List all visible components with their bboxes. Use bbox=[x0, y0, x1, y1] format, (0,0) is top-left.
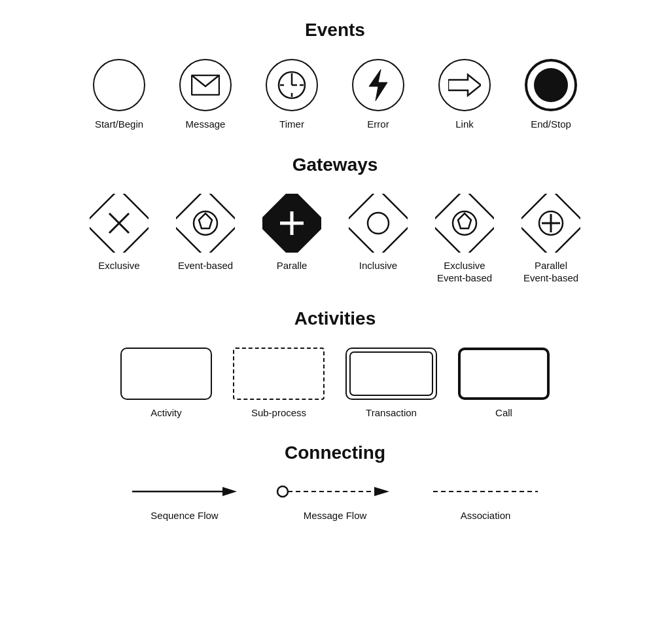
message-icon bbox=[179, 59, 232, 111]
exclusive-label: Exclusive bbox=[98, 259, 139, 272]
event-based-svg bbox=[176, 194, 235, 253]
association-svg bbox=[433, 482, 538, 501]
error-icon bbox=[352, 59, 404, 111]
end-icon bbox=[525, 59, 577, 111]
activity-call: Call bbox=[458, 348, 550, 420]
event-end: End/Stop bbox=[518, 59, 584, 131]
gateways-title: Gateways bbox=[292, 154, 378, 175]
sequence-label: Sequence Flow bbox=[150, 509, 218, 522]
gateway-inclusive: Inclusive bbox=[345, 194, 411, 272]
end-label: End/Stop bbox=[531, 118, 571, 131]
parallel-event-svg bbox=[521, 194, 580, 253]
events-row: Start/Begin Message bbox=[86, 59, 584, 131]
gateway-parallel-event: ParallelEvent-based bbox=[518, 194, 584, 285]
svg-point-20 bbox=[368, 213, 389, 234]
svg-point-30 bbox=[277, 486, 288, 497]
gateway-parallel: Paralle bbox=[259, 194, 325, 272]
activities-section: Activities Activity Sub-process Transact… bbox=[21, 308, 649, 420]
events-title: Events bbox=[305, 20, 365, 41]
activity-transaction: Transaction bbox=[345, 348, 437, 420]
sequence-flow-svg bbox=[132, 482, 237, 501]
association-label: Association bbox=[461, 509, 511, 522]
activity-label: Activity bbox=[150, 406, 182, 420]
subprocess-label: Sub-process bbox=[251, 406, 306, 420]
start-label: Start/Begin bbox=[95, 118, 143, 131]
timer-svg bbox=[275, 68, 309, 102]
parallel-label: Paralle bbox=[277, 259, 308, 272]
activities-title: Activities bbox=[294, 308, 376, 329]
event-timer: Timer bbox=[259, 59, 325, 131]
transaction-icon bbox=[345, 348, 437, 400]
link-icon bbox=[438, 59, 491, 111]
bolt-svg bbox=[366, 68, 390, 102]
svg-marker-9 bbox=[448, 75, 481, 96]
connecting-section: Connecting Sequence Flow Message Flow As bbox=[21, 442, 649, 522]
exclusive-icon bbox=[90, 194, 149, 253]
link-arrow-svg bbox=[448, 73, 481, 97]
start-icon bbox=[93, 59, 145, 111]
svg-marker-8 bbox=[369, 69, 387, 101]
inclusive-icon bbox=[349, 194, 408, 253]
call-icon bbox=[458, 348, 550, 400]
link-label: Link bbox=[455, 118, 474, 131]
gateway-event-based: Event-based bbox=[173, 194, 238, 272]
exclusive-event-label: ExclusiveEvent-based bbox=[437, 259, 492, 285]
activities-row: Activity Sub-process Transaction Call bbox=[120, 348, 550, 420]
activity-icon bbox=[120, 348, 212, 400]
event-link: Link bbox=[432, 59, 497, 131]
exclusive-svg bbox=[90, 194, 149, 253]
connecting-row: Sequence Flow Message Flow Association bbox=[132, 482, 538, 522]
svg-marker-29 bbox=[222, 487, 237, 496]
exclusive-event-svg bbox=[435, 194, 494, 253]
gateway-exclusive: Exclusive bbox=[86, 194, 152, 272]
message-label: Message bbox=[186, 118, 226, 131]
event-message: Message bbox=[173, 59, 238, 131]
message-flow-label: Message Flow bbox=[304, 509, 367, 522]
event-start: Start/Begin bbox=[86, 59, 152, 131]
gateways-section: Gateways Exclusive bbox=[21, 154, 649, 285]
timer-icon bbox=[266, 59, 318, 111]
event-based-label: Event-based bbox=[178, 259, 233, 272]
parallel-event-icon bbox=[521, 194, 580, 253]
gateways-row: Exclusive Event-based bbox=[86, 194, 584, 285]
parallel-svg bbox=[262, 194, 321, 253]
exclusive-event-icon bbox=[435, 194, 494, 253]
timer-label: Timer bbox=[279, 118, 304, 131]
gateway-exclusive-event: ExclusiveEvent-based bbox=[432, 194, 497, 285]
message-flow-svg bbox=[276, 482, 394, 501]
subprocess-icon bbox=[233, 348, 325, 400]
events-section: Events Start/Begin Message bbox=[21, 20, 649, 131]
connecting-association: Association bbox=[433, 482, 538, 522]
call-label: Call bbox=[495, 406, 512, 420]
event-error: Error bbox=[345, 59, 411, 131]
connecting-title: Connecting bbox=[285, 442, 385, 463]
activity-basic: Activity bbox=[120, 348, 212, 420]
parallel-event-label: ParallelEvent-based bbox=[523, 259, 578, 285]
connecting-message: Message Flow bbox=[276, 482, 394, 522]
connecting-sequence: Sequence Flow bbox=[132, 482, 237, 522]
end-dot bbox=[534, 68, 568, 102]
inclusive-svg bbox=[349, 194, 408, 253]
parallel-icon bbox=[262, 194, 321, 253]
event-based-icon bbox=[176, 194, 235, 253]
activity-subprocess: Sub-process bbox=[233, 348, 325, 420]
envelope-svg bbox=[191, 75, 220, 96]
inclusive-label: Inclusive bbox=[359, 259, 397, 272]
transaction-label: Transaction bbox=[366, 406, 417, 420]
svg-marker-32 bbox=[374, 487, 389, 496]
error-label: Error bbox=[367, 118, 389, 131]
